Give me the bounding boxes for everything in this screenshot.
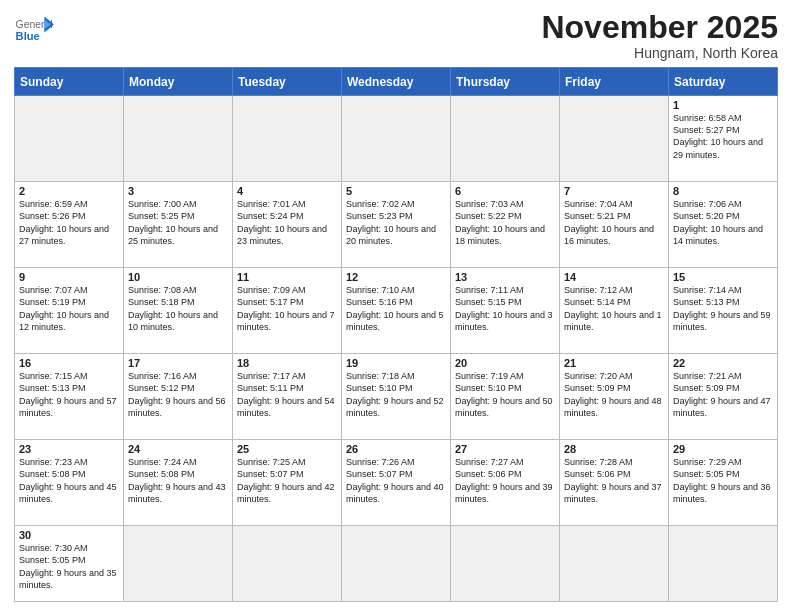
day-number: 24 bbox=[128, 443, 228, 455]
calendar-cell bbox=[560, 526, 669, 602]
calendar-cell: 3Sunrise: 7:00 AM Sunset: 5:25 PM Daylig… bbox=[124, 182, 233, 268]
calendar-cell: 2Sunrise: 6:59 AM Sunset: 5:26 PM Daylig… bbox=[15, 182, 124, 268]
calendar-row: 23Sunrise: 7:23 AM Sunset: 5:08 PM Dayli… bbox=[15, 440, 778, 526]
weekday-header-row: SundayMondayTuesdayWednesdayThursdayFrid… bbox=[15, 68, 778, 96]
calendar-cell bbox=[669, 526, 778, 602]
weekday-header-sunday: Sunday bbox=[15, 68, 124, 96]
weekday-header-tuesday: Tuesday bbox=[233, 68, 342, 96]
calendar-cell: 18Sunrise: 7:17 AM Sunset: 5:11 PM Dayli… bbox=[233, 354, 342, 440]
calendar-cell: 16Sunrise: 7:15 AM Sunset: 5:13 PM Dayli… bbox=[15, 354, 124, 440]
calendar-cell: 25Sunrise: 7:25 AM Sunset: 5:07 PM Dayli… bbox=[233, 440, 342, 526]
day-number: 1 bbox=[673, 99, 773, 111]
day-info: Sunrise: 7:28 AM Sunset: 5:06 PM Dayligh… bbox=[564, 456, 664, 505]
month-title: November 2025 bbox=[541, 10, 778, 45]
day-number: 27 bbox=[455, 443, 555, 455]
calendar-table: SundayMondayTuesdayWednesdayThursdayFrid… bbox=[14, 67, 778, 602]
calendar-cell: 27Sunrise: 7:27 AM Sunset: 5:06 PM Dayli… bbox=[451, 440, 560, 526]
calendar-cell bbox=[15, 96, 124, 182]
day-number: 10 bbox=[128, 271, 228, 283]
calendar-cell: 4Sunrise: 7:01 AM Sunset: 5:24 PM Daylig… bbox=[233, 182, 342, 268]
calendar-cell: 28Sunrise: 7:28 AM Sunset: 5:06 PM Dayli… bbox=[560, 440, 669, 526]
day-info: Sunrise: 7:15 AM Sunset: 5:13 PM Dayligh… bbox=[19, 370, 119, 419]
day-number: 7 bbox=[564, 185, 664, 197]
calendar-cell: 22Sunrise: 7:21 AM Sunset: 5:09 PM Dayli… bbox=[669, 354, 778, 440]
calendar-row: 30Sunrise: 7:30 AM Sunset: 5:05 PM Dayli… bbox=[15, 526, 778, 602]
day-info: Sunrise: 7:17 AM Sunset: 5:11 PM Dayligh… bbox=[237, 370, 337, 419]
day-info: Sunrise: 7:18 AM Sunset: 5:10 PM Dayligh… bbox=[346, 370, 446, 419]
calendar-cell bbox=[233, 526, 342, 602]
day-info: Sunrise: 7:27 AM Sunset: 5:06 PM Dayligh… bbox=[455, 456, 555, 505]
day-number: 4 bbox=[237, 185, 337, 197]
day-number: 21 bbox=[564, 357, 664, 369]
weekday-header-wednesday: Wednesday bbox=[342, 68, 451, 96]
calendar-cell: 11Sunrise: 7:09 AM Sunset: 5:17 PM Dayli… bbox=[233, 268, 342, 354]
day-info: Sunrise: 6:59 AM Sunset: 5:26 PM Dayligh… bbox=[19, 198, 119, 247]
day-info: Sunrise: 7:08 AM Sunset: 5:18 PM Dayligh… bbox=[128, 284, 228, 333]
title-block: November 2025 Hungnam, North Korea bbox=[541, 10, 778, 61]
day-info: Sunrise: 7:04 AM Sunset: 5:21 PM Dayligh… bbox=[564, 198, 664, 247]
logo: General Blue bbox=[14, 10, 54, 50]
day-number: 28 bbox=[564, 443, 664, 455]
calendar-cell: 24Sunrise: 7:24 AM Sunset: 5:08 PM Dayli… bbox=[124, 440, 233, 526]
day-info: Sunrise: 7:01 AM Sunset: 5:24 PM Dayligh… bbox=[237, 198, 337, 247]
calendar-row: 16Sunrise: 7:15 AM Sunset: 5:13 PM Dayli… bbox=[15, 354, 778, 440]
calendar-cell: 17Sunrise: 7:16 AM Sunset: 5:12 PM Dayli… bbox=[124, 354, 233, 440]
day-info: Sunrise: 7:07 AM Sunset: 5:19 PM Dayligh… bbox=[19, 284, 119, 333]
day-number: 5 bbox=[346, 185, 446, 197]
calendar-cell: 21Sunrise: 7:20 AM Sunset: 5:09 PM Dayli… bbox=[560, 354, 669, 440]
day-number: 12 bbox=[346, 271, 446, 283]
calendar-cell: 29Sunrise: 7:29 AM Sunset: 5:05 PM Dayli… bbox=[669, 440, 778, 526]
calendar-cell: 23Sunrise: 7:23 AM Sunset: 5:08 PM Dayli… bbox=[15, 440, 124, 526]
day-info: Sunrise: 7:02 AM Sunset: 5:23 PM Dayligh… bbox=[346, 198, 446, 247]
day-number: 25 bbox=[237, 443, 337, 455]
calendar-cell: 13Sunrise: 7:11 AM Sunset: 5:15 PM Dayli… bbox=[451, 268, 560, 354]
day-number: 3 bbox=[128, 185, 228, 197]
calendar-cell: 26Sunrise: 7:26 AM Sunset: 5:07 PM Dayli… bbox=[342, 440, 451, 526]
day-number: 8 bbox=[673, 185, 773, 197]
day-info: Sunrise: 7:20 AM Sunset: 5:09 PM Dayligh… bbox=[564, 370, 664, 419]
day-number: 15 bbox=[673, 271, 773, 283]
day-number: 26 bbox=[346, 443, 446, 455]
calendar-cell: 9Sunrise: 7:07 AM Sunset: 5:19 PM Daylig… bbox=[15, 268, 124, 354]
calendar-cell: 1Sunrise: 6:58 AM Sunset: 5:27 PM Daylig… bbox=[669, 96, 778, 182]
calendar-cell: 6Sunrise: 7:03 AM Sunset: 5:22 PM Daylig… bbox=[451, 182, 560, 268]
day-info: Sunrise: 7:24 AM Sunset: 5:08 PM Dayligh… bbox=[128, 456, 228, 505]
calendar-cell: 19Sunrise: 7:18 AM Sunset: 5:10 PM Dayli… bbox=[342, 354, 451, 440]
calendar-row: 2Sunrise: 6:59 AM Sunset: 5:26 PM Daylig… bbox=[15, 182, 778, 268]
day-number: 20 bbox=[455, 357, 555, 369]
day-info: Sunrise: 7:00 AM Sunset: 5:25 PM Dayligh… bbox=[128, 198, 228, 247]
day-info: Sunrise: 7:12 AM Sunset: 5:14 PM Dayligh… bbox=[564, 284, 664, 333]
day-number: 29 bbox=[673, 443, 773, 455]
calendar-row: 1Sunrise: 6:58 AM Sunset: 5:27 PM Daylig… bbox=[15, 96, 778, 182]
calendar-cell bbox=[342, 526, 451, 602]
weekday-header-friday: Friday bbox=[560, 68, 669, 96]
calendar-cell bbox=[451, 526, 560, 602]
header: General Blue November 2025 Hungnam, Nort… bbox=[14, 10, 778, 61]
day-info: Sunrise: 7:03 AM Sunset: 5:22 PM Dayligh… bbox=[455, 198, 555, 247]
weekday-header-monday: Monday bbox=[124, 68, 233, 96]
day-info: Sunrise: 7:29 AM Sunset: 5:05 PM Dayligh… bbox=[673, 456, 773, 505]
day-info: Sunrise: 7:11 AM Sunset: 5:15 PM Dayligh… bbox=[455, 284, 555, 333]
day-number: 30 bbox=[19, 529, 119, 541]
calendar-cell: 30Sunrise: 7:30 AM Sunset: 5:05 PM Dayli… bbox=[15, 526, 124, 602]
day-info: Sunrise: 7:23 AM Sunset: 5:08 PM Dayligh… bbox=[19, 456, 119, 505]
calendar-row: 9Sunrise: 7:07 AM Sunset: 5:19 PM Daylig… bbox=[15, 268, 778, 354]
day-info: Sunrise: 7:09 AM Sunset: 5:17 PM Dayligh… bbox=[237, 284, 337, 333]
day-info: Sunrise: 7:25 AM Sunset: 5:07 PM Dayligh… bbox=[237, 456, 337, 505]
day-number: 13 bbox=[455, 271, 555, 283]
day-number: 11 bbox=[237, 271, 337, 283]
day-info: Sunrise: 7:14 AM Sunset: 5:13 PM Dayligh… bbox=[673, 284, 773, 333]
subtitle: Hungnam, North Korea bbox=[541, 45, 778, 61]
calendar-cell: 12Sunrise: 7:10 AM Sunset: 5:16 PM Dayli… bbox=[342, 268, 451, 354]
day-number: 23 bbox=[19, 443, 119, 455]
day-info: Sunrise: 7:26 AM Sunset: 5:07 PM Dayligh… bbox=[346, 456, 446, 505]
day-number: 14 bbox=[564, 271, 664, 283]
day-info: Sunrise: 7:06 AM Sunset: 5:20 PM Dayligh… bbox=[673, 198, 773, 247]
day-number: 6 bbox=[455, 185, 555, 197]
calendar-cell: 5Sunrise: 7:02 AM Sunset: 5:23 PM Daylig… bbox=[342, 182, 451, 268]
calendar-cell: 7Sunrise: 7:04 AM Sunset: 5:21 PM Daylig… bbox=[560, 182, 669, 268]
day-number: 16 bbox=[19, 357, 119, 369]
logo-icon: General Blue bbox=[14, 10, 54, 50]
weekday-header-saturday: Saturday bbox=[669, 68, 778, 96]
day-info: Sunrise: 7:30 AM Sunset: 5:05 PM Dayligh… bbox=[19, 542, 119, 591]
